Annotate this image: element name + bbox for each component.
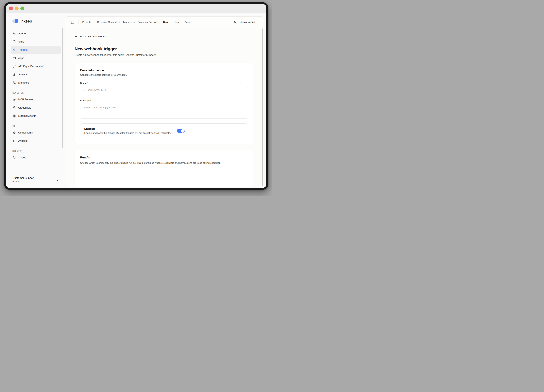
chevron-right-icon (93, 21, 95, 23)
gear-icon (12, 73, 16, 76)
help-link[interactable]: Help (174, 21, 179, 24)
back-to-triggers-link[interactable]: BACK TO TRIGGERS (75, 35, 106, 38)
name-label-text: Name (80, 82, 87, 85)
enabled-setting: Enabled Enable or disable this trigger. … (80, 124, 248, 138)
library-icon (12, 139, 16, 143)
enabled-title: Enabled (84, 127, 171, 130)
chevron-right-icon (159, 21, 161, 23)
run-as-description: Choose which user identity the trigger s… (80, 161, 245, 165)
zap-icon (12, 48, 16, 52)
sidebar-item-triggers[interactable]: Triggers (11, 46, 61, 54)
description-label: Description (80, 99, 248, 102)
component-icon (12, 131, 16, 134)
sidebar-item-label: Members (18, 81, 29, 84)
sidebar-item-mcp-servers[interactable]: MCP Servers (11, 95, 61, 104)
user-menu[interactable]: Gaurav Varma (233, 21, 255, 24)
activity-icon (12, 156, 16, 159)
basic-information-description: Configure the basic settings for your tr… (80, 74, 248, 76)
enabled-description: Enable or disable this trigger. Disabled… (84, 132, 171, 135)
breadcrumb: Projects Customer Support Triggers Custo… (82, 21, 168, 24)
sidebar-item-components[interactable]: Components (11, 129, 61, 137)
name-input[interactable] (80, 87, 248, 94)
basic-information-title: Basic Information (80, 69, 248, 72)
window-titlebar (6, 4, 266, 13)
sidebar-section-register: REGISTER (12, 92, 61, 94)
inkeep-logo-icon (12, 18, 19, 24)
sidebar-item-label: Credentials (18, 106, 31, 109)
sidebar-item-label: Components (18, 131, 33, 134)
chevron-right-icon (133, 21, 136, 23)
sidebar-item-label: Agents (18, 32, 26, 35)
chevron-right-icon (118, 21, 121, 23)
panel-left-icon[interactable] (71, 20, 75, 24)
page-content: BACK TO TRIGGERS New webhook trigger Cre… (65, 28, 264, 187)
minimize-button[interactable] (15, 6, 18, 10)
breadcrumb-triggers[interactable]: Triggers (123, 21, 131, 24)
sidebar-section-ui: UI (12, 125, 61, 127)
sidebar-item-members[interactable]: Members (11, 79, 61, 87)
page-subtitle: Create a new webhook trigger for this ag… (75, 53, 253, 57)
inkeep-logo[interactable]: inkeep (12, 18, 61, 24)
logo-wordmark: inkeep (21, 19, 32, 24)
main-panel: Projects Customer Support Triggers Custo… (65, 17, 264, 187)
app-window-icon (12, 57, 16, 60)
sidebar-item-label: Triggers (18, 48, 28, 51)
name-label: Name * (80, 82, 248, 85)
sidebar-item-apps[interactable]: Apps (11, 54, 61, 62)
run-as-card: Run As Choose which user identity the tr… (75, 150, 253, 187)
run-as-title: Run As (80, 156, 248, 159)
sidebar-item-label: External Agents (18, 114, 36, 118)
sidebar-item-artifacts[interactable]: Artifacts (11, 137, 61, 145)
arrow-left-icon (75, 35, 78, 38)
sidebar-item-api-keys[interactable]: API Keys (Deprecated) (11, 62, 61, 71)
required-asterisk: * (87, 82, 89, 85)
sidebar-item-label: Traces (18, 156, 26, 159)
user-name: Gaurav Varma (239, 21, 255, 24)
docs-link[interactable]: Docs (184, 21, 190, 24)
content-scrollbar[interactable] (262, 29, 263, 186)
page-title: New webhook trigger (75, 47, 253, 51)
desktop-background: inkeep Agents Skills Triggers Apps (0, 0, 272, 196)
breadcrumb-agent[interactable]: Customer Support (137, 21, 157, 24)
globe-icon (12, 114, 16, 118)
sidebar-scrollbar[interactable] (62, 28, 63, 148)
sidebar-item-label: MCP Servers (18, 98, 33, 101)
sidebar-item-skills[interactable]: Skills (11, 38, 61, 46)
key-icon (12, 65, 16, 68)
breadcrumb-new: New (163, 21, 168, 24)
close-button[interactable] (9, 6, 13, 10)
workspace-switcher[interactable]: Customer Support default (11, 176, 61, 183)
paperclip-icon (12, 98, 16, 101)
sidebar-item-external-agents[interactable]: External Agents (11, 112, 61, 120)
description-input[interactable] (80, 104, 248, 119)
sidebar-item-label: API Keys (Deprecated) (18, 65, 44, 68)
workflow-icon (12, 32, 16, 35)
enabled-toggle[interactable] (177, 129, 185, 133)
sidebar-item-credentials[interactable]: Credentials (11, 104, 61, 112)
sidebar-item-settings[interactable]: Settings (11, 71, 61, 79)
user-icon (233, 21, 237, 24)
sidebar-item-label: Settings (18, 73, 28, 76)
back-link-label: BACK TO TRIGGERS (80, 35, 106, 38)
app-body: inkeep Agents Skills Triggers Apps (6, 13, 266, 188)
sidebar-item-label: Apps (18, 57, 24, 60)
users-icon (12, 81, 16, 84)
workspace-environment: default (12, 180, 34, 183)
sidebar-item-agents[interactable]: Agents (11, 29, 61, 38)
zoom-button[interactable] (20, 6, 24, 10)
lock-icon (12, 106, 16, 109)
hexagon-icon (12, 40, 16, 43)
description-label-text: Description (80, 99, 92, 102)
header-links: Help Docs (174, 21, 190, 24)
sidebar-item-label: Skills (18, 40, 24, 43)
app-window: inkeep Agents Skills Triggers Apps (4, 2, 268, 190)
breadcrumb-header: Projects Customer Support Triggers Custo… (65, 17, 264, 28)
breadcrumb-customer-support[interactable]: Customer Support (97, 21, 117, 24)
basic-information-card: Basic Information Configure the basic se… (75, 63, 253, 144)
sidebar-section-monitor: MONITOR (12, 150, 61, 152)
breadcrumb-projects[interactable]: Projects (82, 21, 91, 24)
workspace-name: Customer Support (12, 176, 34, 179)
sidebar-item-traces[interactable]: Traces (11, 154, 61, 162)
sidebar: inkeep Agents Skills Triggers Apps (6, 13, 65, 188)
toggle-knob (181, 129, 185, 133)
